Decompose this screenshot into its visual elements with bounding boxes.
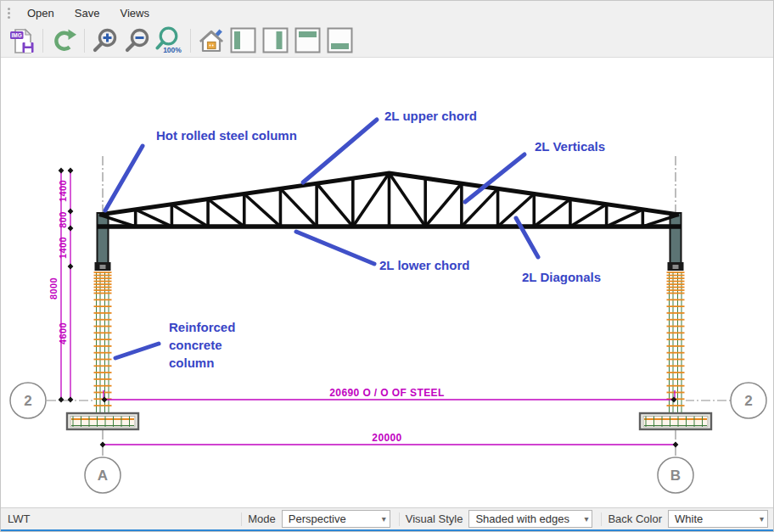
label-rc-line2: concrete [169,338,222,352]
mode-dropdown[interactable]: Perspective ▾ [282,510,390,528]
statusbar-separator [241,512,242,526]
view-right-icon [261,26,290,55]
drawing-viewport[interactable]: 1400 800 1400 4600 8000 20690 O / O OF S… [1,58,774,507]
label-rc-line1: Reinforced [169,320,235,334]
grid-bubble-2-left: 2 [24,393,31,409]
view-left-icon [229,26,258,55]
chevron-down-icon: ▾ [584,514,588,524]
label-hot-rolled-steel-column: Hot rolled steel column [156,128,297,143]
label-diagonals: 2L Diagonals [522,270,601,284]
view-top-icon [294,26,322,55]
image-file-save-icon: IMG [8,26,36,55]
dim-4600: 4600 [58,322,68,344]
label-upper-chord: 2L upper chord [384,109,477,123]
dim-span-20000: 20000 [372,432,401,444]
chevron-down-icon: ▾ [760,514,764,524]
chevron-down-icon: ▾ [382,514,386,524]
visual-style-label: Visual Style [406,512,463,525]
svg-text:IMG: IMG [12,32,22,38]
annotation-labels: Hot rolled steel column 2L upper chord 2… [156,109,605,370]
home-icon [197,26,226,55]
footing-rebar [73,417,703,428]
back-color-label: Back Color [608,512,662,525]
view-bottom-icon [326,26,355,55]
refresh-button[interactable] [48,25,79,56]
toolbar: IMG [1,25,773,58]
save-image-button[interactable]: IMG [7,25,37,56]
menu-open[interactable]: Open [17,3,64,23]
zoom-in-icon [91,26,120,55]
view-left-button[interactable] [228,25,259,56]
footings [67,413,711,429]
drawing-canvas[interactable]: 1400 800 1400 4600 8000 20690 O / O OF S… [1,58,774,507]
dim-out-to-out-steel: 20690 O / O OF STEEL [329,387,444,399]
home-view-button[interactable] [196,25,227,56]
label-rc-line3: column [169,356,214,370]
dim-800: 800 [58,211,68,228]
statusbar-separator [601,512,602,526]
zoom-100-icon: 100% [155,26,184,55]
visual-style-value: Shaded with edges [475,512,569,525]
app-window: Open Save Views IMG [0,0,774,532]
roof-truss [97,173,681,227]
dim-8000: 8000 [48,277,59,300]
mode-value: Perspective [289,512,346,525]
menu-bar: Open Save Views [1,1,773,25]
back-color-dropdown[interactable]: White ▾ [668,510,768,528]
grid-bubble-a: A [98,468,108,484]
zoom-out-button[interactable] [122,25,153,56]
dim-1400-mid: 1400 [58,237,68,259]
toolbar-grip-icon[interactable] [8,12,10,14]
refresh-icon [49,26,78,55]
status-lwt: LWT [8,512,30,525]
menu-views[interactable]: Views [109,3,159,23]
svg-text:100%: 100% [163,46,182,54]
view-top-button[interactable] [293,25,323,56]
statusbar-separator [399,512,400,526]
toolbar-separator [84,29,85,53]
dim-1400-top: 1400 [58,180,68,202]
grid-bubble-b: B [670,468,681,484]
toolbar-separator [42,29,43,53]
view-right-button[interactable] [261,25,291,56]
zoom-in-button[interactable] [90,25,121,56]
grid-bubble-2-right: 2 [744,393,752,409]
zoom-100-button[interactable]: 100% [154,25,185,56]
zoom-out-icon [123,26,152,55]
back-color-value: White [675,512,703,525]
view-bottom-button[interactable] [325,25,356,56]
visual-style-dropdown[interactable]: Shaded with edges ▾ [468,510,592,528]
label-verticals: 2L Verticals [535,139,605,154]
mode-label: Mode [248,512,276,525]
label-lower-chord: 2L lower chord [379,258,469,272]
toolbar-separator [190,29,191,53]
status-bar: LWT Mode Perspective ▾ Visual Style Shad… [1,507,774,529]
dimension-arrows [59,168,679,448]
menu-save[interactable]: Save [64,3,110,23]
